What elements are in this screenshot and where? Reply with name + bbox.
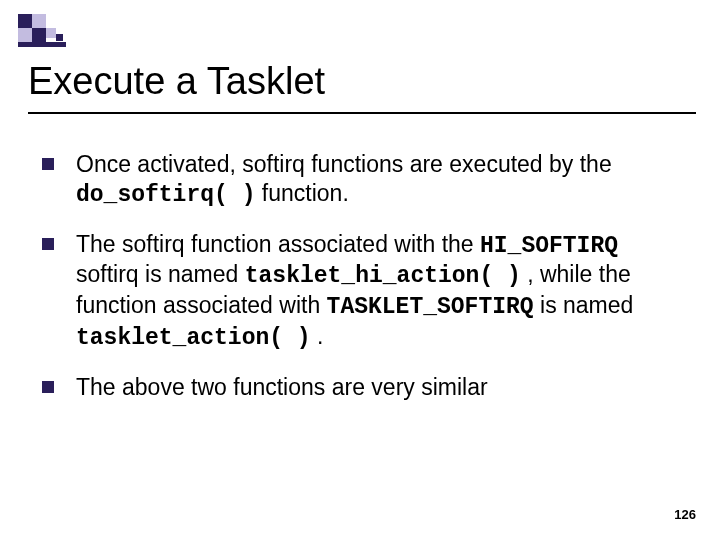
code-span: do_softirq( ) [76, 182, 255, 208]
bullet-item: The softirq function associated with the… [42, 230, 678, 353]
corner-decoration-line [18, 42, 66, 47]
bullet-text: function. [255, 180, 348, 206]
code-span: TASKLET_SOFTIRQ [327, 294, 534, 320]
bullet-text: Once activated, softirq functions are ex… [76, 151, 612, 177]
code-span: HI_SOFTIRQ [480, 233, 618, 259]
page-number: 126 [674, 507, 696, 522]
bullet-item: The above two functions are very similar [42, 373, 678, 402]
code-span: tasklet_hi_action( ) [245, 263, 521, 289]
square-bullet-icon [42, 381, 54, 393]
square-bullet-icon [42, 158, 54, 170]
bullet-text: The softirq function associated with the [76, 231, 480, 257]
bullet-text: softirq is named [76, 261, 245, 287]
square-bullet-icon [42, 238, 54, 250]
slide-body: Once activated, softirq functions are ex… [42, 150, 678, 421]
bullet-item: Once activated, softirq functions are ex… [42, 150, 678, 210]
slide-title: Execute a Tasklet [28, 60, 325, 103]
bullet-text: is named [534, 292, 634, 318]
title-underline [28, 112, 696, 114]
code-span: tasklet_action( ) [76, 325, 311, 351]
bullet-text: . [311, 323, 324, 349]
bullet-text: The above two functions are very similar [76, 374, 488, 400]
